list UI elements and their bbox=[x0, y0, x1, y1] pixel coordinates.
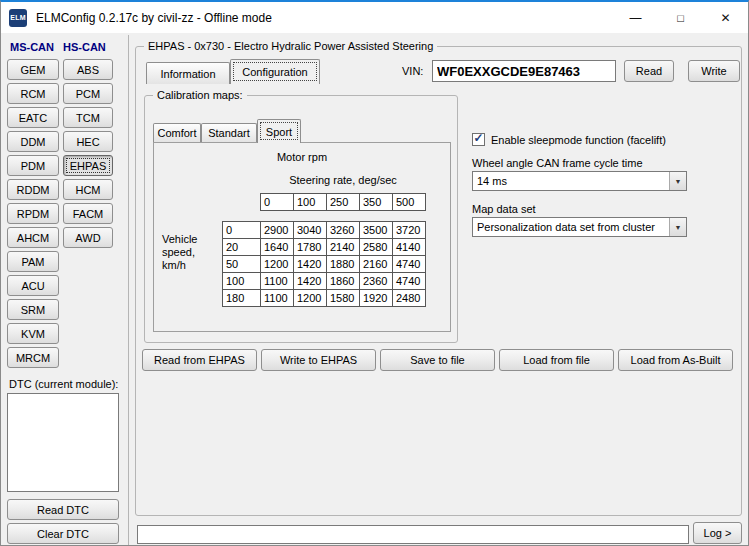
map-data-set-value: Personalization data set from cluster bbox=[473, 221, 669, 233]
checkmark-icon: ✓ bbox=[473, 133, 483, 144]
map-cell[interactable]: 1200 bbox=[294, 290, 327, 307]
module-button-rddm[interactable]: RDDM bbox=[7, 179, 59, 200]
module-button-mrcm[interactable]: MRCM bbox=[7, 347, 59, 368]
map-cell[interactable]: 2900 bbox=[261, 222, 294, 239]
dtc-label: DTC (current module): bbox=[9, 378, 118, 390]
module-button-ehpas[interactable]: EHPAS bbox=[63, 155, 113, 176]
tab-standart[interactable]: Standart bbox=[201, 123, 257, 142]
maximize-icon[interactable]: □ bbox=[658, 2, 703, 33]
module-button-ahcm[interactable]: AHCM bbox=[7, 227, 59, 248]
map-cell[interactable]: 1420 bbox=[294, 273, 327, 290]
save-to-file-button[interactable]: Save to file bbox=[380, 349, 495, 371]
map-cell[interactable]: 3260 bbox=[327, 222, 360, 239]
map-cell[interactable]: 1880 bbox=[327, 256, 360, 273]
map-cell[interactable]: 3040 bbox=[294, 222, 327, 239]
log-button[interactable]: Log > bbox=[693, 522, 742, 544]
module-button-tcm[interactable]: TCM bbox=[63, 107, 113, 128]
module-button-rcm[interactable]: RCM bbox=[7, 83, 59, 104]
calibration-tab-page: Motor rpm Steering rate, deg/sec 0 100 2… bbox=[153, 142, 451, 332]
chevron-down-icon[interactable]: ▼ bbox=[669, 172, 686, 190]
tab-sport[interactable]: Sport bbox=[257, 119, 301, 143]
wheel-angle-select[interactable]: 14 ms ▼ bbox=[472, 171, 687, 191]
module-button-pdm[interactable]: PDM bbox=[7, 155, 59, 176]
sleepmode-option[interactable]: ✓ Enable sleepmode function (facelift) bbox=[472, 133, 666, 146]
module-button-rpdm[interactable]: RPDM bbox=[7, 203, 59, 224]
window-controls: — □ ✕ bbox=[613, 2, 748, 33]
read-dtc-button[interactable]: Read DTC bbox=[7, 499, 119, 520]
table-row: 0 2900 3040 3260 3500 3720 bbox=[223, 222, 426, 239]
ehpas-group: EHPAS - 0x730 - Electro Hydralic Power A… bbox=[135, 46, 742, 516]
map-row-header: 20 bbox=[223, 239, 261, 256]
titlebar[interactable]: ELM ELMConfig 0.2.17c by civil-zz - Offl… bbox=[1, 2, 748, 33]
map-col-header: 500 bbox=[393, 194, 426, 211]
table-row: 0 100 250 350 500 bbox=[261, 194, 426, 211]
module-button-abs[interactable]: ABS bbox=[63, 59, 113, 80]
calibration-map-grid: 0 2900 3040 3260 3500 3720 20 1640 1780 … bbox=[222, 221, 426, 307]
vehicle-speed-axis-label: Vehicle speed, km/h bbox=[162, 233, 212, 272]
map-row-header: 0 bbox=[223, 222, 261, 239]
map-cell[interactable]: 2480 bbox=[393, 290, 426, 307]
tab-configuration[interactable]: Configuration bbox=[230, 59, 320, 84]
map-cell[interactable]: 1100 bbox=[261, 273, 294, 290]
module-button-facm[interactable]: FACM bbox=[63, 203, 113, 224]
map-data-set-label: Map data set bbox=[472, 203, 536, 215]
sleepmode-label: Enable sleepmode function (facelift) bbox=[491, 134, 666, 146]
tab-comfort[interactable]: Comfort bbox=[153, 123, 201, 142]
log-input[interactable] bbox=[137, 525, 689, 544]
load-from-file-button[interactable]: Load from file bbox=[499, 349, 614, 371]
module-button-pam[interactable]: PAM bbox=[7, 251, 59, 272]
table-row: 20 1640 1780 2140 2580 4140 bbox=[223, 239, 426, 256]
steering-rate-column-headers: 0 100 250 350 500 bbox=[260, 193, 426, 211]
map-cell[interactable]: 3720 bbox=[393, 222, 426, 239]
map-cell[interactable]: 1860 bbox=[327, 273, 360, 290]
write-to-ehpas-button[interactable]: Write to EHPAS bbox=[261, 349, 376, 371]
module-button-kvm[interactable]: KVM bbox=[7, 323, 59, 344]
close-icon[interactable]: ✕ bbox=[703, 2, 748, 33]
calibration-maps-group: Calibration maps: Comfort Standart Sport… bbox=[144, 95, 458, 343]
module-button-awd[interactable]: AWD bbox=[63, 227, 113, 248]
module-button-hcm[interactable]: HCM bbox=[63, 179, 113, 200]
map-row-header: 50 bbox=[223, 256, 261, 273]
chevron-down-icon[interactable]: ▼ bbox=[669, 218, 686, 236]
map-cell[interactable]: 1200 bbox=[261, 256, 294, 273]
map-cell[interactable]: 1420 bbox=[294, 256, 327, 273]
map-cell[interactable]: 2160 bbox=[360, 256, 393, 273]
app-window: ELM ELMConfig 0.2.17c by civil-zz - Offl… bbox=[0, 0, 749, 546]
vin-write-button[interactable]: Write bbox=[688, 60, 740, 82]
module-button-ddm[interactable]: DDM bbox=[7, 131, 59, 152]
map-cell[interactable]: 3500 bbox=[360, 222, 393, 239]
module-button-gem[interactable]: GEM bbox=[7, 59, 59, 80]
minimize-icon[interactable]: — bbox=[613, 2, 658, 33]
module-button-srm[interactable]: SRM bbox=[7, 299, 59, 320]
map-cell[interactable]: 2140 bbox=[327, 239, 360, 256]
module-button-hec[interactable]: HEC bbox=[63, 131, 113, 152]
map-col-header: 350 bbox=[360, 194, 393, 211]
map-cell[interactable]: 1100 bbox=[261, 290, 294, 307]
map-cell[interactable]: 2580 bbox=[360, 239, 393, 256]
map-data-set-select[interactable]: Personalization data set from cluster ▼ bbox=[472, 217, 687, 237]
clear-dtc-button[interactable]: Clear DTC bbox=[7, 523, 119, 544]
tab-information[interactable]: Information bbox=[146, 62, 230, 84]
read-from-ehpas-button[interactable]: Read from EHPAS bbox=[142, 349, 257, 371]
map-cell[interactable]: 4740 bbox=[393, 273, 426, 290]
sleepmode-checkbox[interactable]: ✓ bbox=[472, 133, 485, 146]
module-button-pcm[interactable]: PCM bbox=[63, 83, 113, 104]
dtc-listbox[interactable] bbox=[7, 393, 119, 492]
map-cell[interactable]: 1640 bbox=[261, 239, 294, 256]
map-cell[interactable]: 4740 bbox=[393, 256, 426, 273]
table-row: 50 1200 1420 1880 2160 4740 bbox=[223, 256, 426, 273]
vin-input[interactable] bbox=[432, 60, 616, 82]
load-from-asbuilt-button[interactable]: Load from As-Built bbox=[618, 349, 733, 371]
vin-read-button[interactable]: Read bbox=[624, 60, 674, 82]
map-cell[interactable]: 1780 bbox=[294, 239, 327, 256]
map-cell[interactable]: 1920 bbox=[360, 290, 393, 307]
map-col-header: 250 bbox=[327, 194, 360, 211]
map-cell[interactable]: 1580 bbox=[327, 290, 360, 307]
module-button-eatc[interactable]: EATC bbox=[7, 107, 59, 128]
table-row: 180 1100 1200 1580 1920 2480 bbox=[223, 290, 426, 307]
module-button-acu[interactable]: ACU bbox=[7, 275, 59, 296]
map-cell[interactable]: 2360 bbox=[360, 273, 393, 290]
table-row: 100 1100 1420 1860 2360 4740 bbox=[223, 273, 426, 290]
map-cell[interactable]: 4140 bbox=[393, 239, 426, 256]
ehpas-group-title: EHPAS - 0x730 - Electro Hydralic Power A… bbox=[144, 40, 437, 52]
